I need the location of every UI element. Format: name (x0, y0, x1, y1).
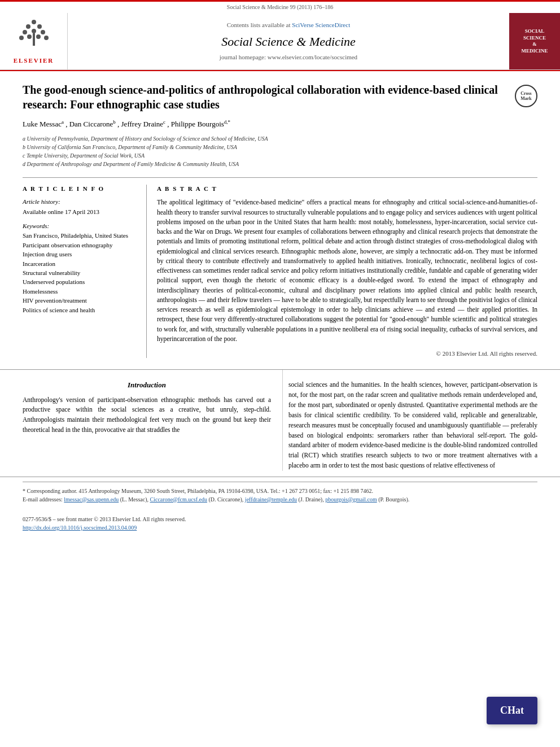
keyword-5: Underserved populations (23, 278, 137, 286)
journal-main-title: Social Science & Medicine (221, 33, 356, 51)
keyword-2: Injection drug users (23, 250, 137, 259)
svg-point-3 (23, 30, 27, 34)
keyword-3: Incarceration (23, 260, 137, 268)
journal-header: Social Science & Medicine 99 (2013) 176–… (0, 2, 560, 71)
email-line: E-mail addresses: lmessac@sas.upenn.edu … (23, 495, 537, 504)
authors-line: Luke Messaca , Dan Ciccaroneb , Jeffrey … (23, 119, 537, 130)
svg-point-1 (26, 24, 30, 29)
affiliations: a University of Pennsylvania, Department… (23, 134, 537, 168)
abstract-title: A B S T R A C T (157, 185, 537, 193)
journal-title-area: ELSEVIER Contents lists available at Sci… (0, 13, 560, 70)
crossmark-label: CrossMark (520, 91, 532, 102)
abstract-text: The apolitical legitimacy of "evidence-b… (157, 198, 537, 344)
keyword-7: HIV prevention/treatment (23, 296, 137, 305)
article-title-row: The good-enough science-and-politics of … (23, 82, 537, 112)
keyword-0: San Francisco, Philadelphia, United Stat… (23, 231, 137, 240)
keywords-label: Keywords: (23, 222, 137, 230)
svg-point-4 (32, 29, 36, 33)
email-link-4[interactable]: pbourgois@gmail.com (325, 496, 377, 503)
svg-point-0 (32, 20, 36, 24)
available-online: Available online 17 April 2013 (23, 208, 137, 216)
journal-title-center: Contents lists available at SciVerse Sci… (68, 13, 509, 69)
col-right: social sciences and the humanities. In t… (283, 370, 537, 470)
svg-point-9 (44, 36, 49, 40)
svg-point-7 (27, 34, 32, 39)
crossmark-badge[interactable]: CrossMark (515, 85, 537, 107)
keyword-8: Politics of science and health (23, 306, 137, 314)
affiliation-b: b University of California San Francisco… (23, 143, 537, 151)
affiliation-c: c Temple University, Department of Socia… (23, 151, 537, 160)
footer-bottom: 0277-9536/$ – see front matter © 2013 El… (23, 515, 537, 532)
corresponding-note: * Corresponding author. 415 Anthropology… (23, 487, 537, 495)
elsevier-tree-icon (17, 18, 51, 54)
citation-bar: Social Science & Medicine 99 (2013) 176–… (0, 2, 560, 13)
contents-line: Contents lists available at SciVerse Sci… (227, 21, 350, 29)
affiliation-a: a University of Pennsylvania, Department… (23, 134, 537, 143)
author2-sup: b (113, 119, 116, 125)
svg-point-5 (41, 30, 45, 34)
history-label: Article history: (23, 198, 137, 206)
footer-notes: * Corresponding author. 415 Anthropology… (0, 477, 560, 538)
footer-divider (23, 482, 537, 482)
col-left-text: Anthropology's version of participant-ob… (23, 395, 271, 435)
svg-rect-10 (33, 33, 35, 46)
article-info-title: A R T I C L E I N F O (23, 185, 137, 193)
journal-logo-right: SOCIALSCIENCE&MEDICINE (509, 13, 560, 69)
copyright-line: © 2013 Elsevier Ltd. All rights reserved… (157, 350, 537, 358)
author1-sup: a (62, 119, 64, 125)
doi-line: http://dx.doi.org/10.1016/j.socscimed.20… (23, 523, 537, 532)
info-abstract: A R T I C L E I N F O Article history: A… (23, 177, 537, 359)
keyword-4: Structural vulnerability (23, 269, 137, 277)
svg-point-2 (37, 24, 42, 29)
author3-name: , Jeffrey Draine (117, 120, 163, 129)
article-title: The good-enough science-and-politics of … (23, 82, 504, 112)
author2-name: , Dan Ciccarone (65, 120, 113, 129)
intro-heading: Introduction (23, 380, 271, 390)
keyword-6: Homelessness (23, 287, 137, 296)
issn-line: 0277-9536/$ – see front matter © 2013 El… (23, 515, 537, 523)
author1-name: Luke Messac (23, 120, 62, 129)
affiliation-d: d Department of Anthropology and Departm… (23, 160, 537, 168)
author4-name: , Philippe Bourgois (167, 120, 224, 129)
article-info: A R T I C L E I N F O Article history: A… (23, 185, 147, 359)
author3-sup: c (163, 119, 165, 125)
keywords-section: Keywords: San Francisco, Philadelphia, U… (23, 222, 137, 314)
email-link-3[interactable]: jeffdraine@temple.edu (245, 496, 297, 503)
journal-homepage: journal homepage: www.elsevier.com/locat… (220, 53, 357, 62)
col-left: Introduction Anthropology's version of p… (23, 370, 282, 470)
svg-point-8 (36, 34, 41, 39)
author4-sup: d,* (224, 119, 230, 125)
elsevier-text: ELSEVIER (14, 56, 54, 65)
citation-text: Social Science & Medicine 99 (2013) 176–… (227, 3, 333, 11)
email-link-1[interactable]: lmessac@sas.upenn.edu (64, 496, 119, 503)
svg-point-6 (19, 36, 24, 40)
keyword-1: Participant observation ethnography (23, 241, 137, 250)
article-area: The good-enough science-and-politics of … (0, 71, 560, 370)
elsevier-logo: ELSEVIER (0, 13, 68, 69)
sciverse-link[interactable]: SciVerse ScienceDirect (292, 21, 350, 28)
col-right-text: social sciences and the humanities. In t… (288, 380, 537, 470)
email-link-2[interactable]: Ciccarone@fcm.ucsf.edu (150, 496, 207, 503)
doi-link[interactable]: http://dx.doi.org/10.1016/j.socscimed.20… (23, 525, 137, 531)
abstract-section: A B S T R A C T The apolitical legitimac… (147, 185, 537, 359)
body-area: Introduction Anthropology's version of p… (0, 370, 560, 470)
ss-logo-text: SOCIALSCIENCE&MEDICINE (521, 28, 548, 55)
chat-button[interactable]: CHat (487, 697, 537, 724)
